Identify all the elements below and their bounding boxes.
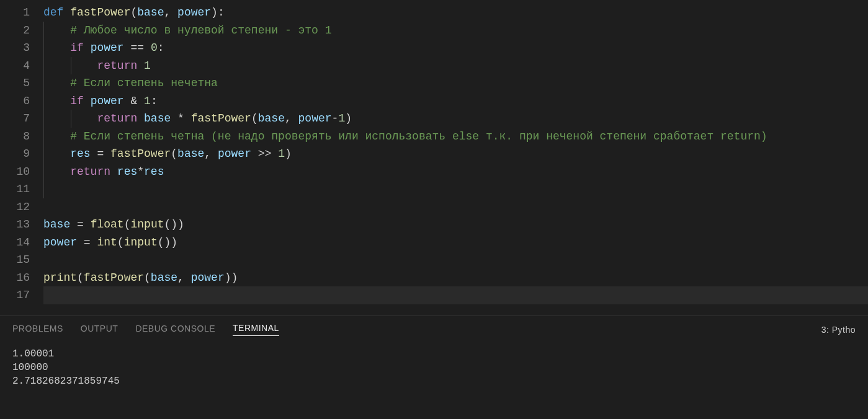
panel-tab-debug-console[interactable]: DEBUG CONSOLE [135, 324, 215, 336]
code-token: return [97, 60, 137, 72]
terminal-selector[interactable]: 3: Pytho [821, 325, 856, 335]
code-token: base [43, 218, 70, 231]
code-token: ) [345, 112, 352, 125]
code-line[interactable]: res = fastPower(base, power >> 1) [43, 145, 868, 163]
code-token: : [151, 95, 158, 107]
line-number: 14 [16, 234, 30, 252]
code-token: return [97, 112, 137, 125]
code-token: ( [77, 271, 84, 284]
line-number: 13 [16, 216, 30, 234]
code-token: * [137, 165, 144, 178]
code-line[interactable] [43, 198, 868, 216]
code-token: res [117, 165, 137, 178]
code-token: power [91, 95, 124, 107]
code-token: ()) [158, 236, 177, 249]
code-token [43, 77, 70, 89]
code-token [137, 112, 144, 125]
line-number: 9 [23, 145, 30, 163]
code-token: , [177, 271, 191, 284]
code-token [251, 148, 258, 160]
line-number: 17 [16, 286, 30, 304]
code-token: - [332, 112, 339, 125]
code-token [271, 148, 278, 160]
code-line[interactable]: def fastPower(base, power): [43, 4, 868, 22]
line-number: 2 [23, 22, 30, 40]
code-token [43, 95, 70, 107]
code-token [124, 42, 131, 54]
code-token [104, 148, 110, 160]
line-number: 8 [23, 128, 30, 146]
line-number: 6 [23, 92, 30, 110]
line-number: 3 [23, 39, 30, 57]
code-token [84, 42, 91, 54]
code-token: power [43, 236, 77, 249]
code-line[interactable]: # Если степень нечетна [43, 74, 868, 92]
line-number: 11 [16, 180, 30, 198]
code-token: # Если степень четна (не надо проверять … [70, 130, 767, 143]
terminal-output[interactable]: 1.000011000002.7182682371859745 [12, 343, 856, 388]
code-token: >> [258, 148, 272, 160]
code-line[interactable]: base = float(input()) [43, 216, 868, 234]
code-token: ) [285, 148, 292, 160]
panel-tab-terminal[interactable]: TERMINAL [233, 323, 279, 336]
code-line[interactable] [43, 251, 868, 269]
code-content[interactable]: def fastPower(base, power): # Любое числ… [43, 4, 868, 304]
code-token: res [70, 148, 90, 160]
code-token: = [84, 236, 91, 249]
code-token: * [177, 112, 184, 125]
code-line[interactable]: if power == 0: [43, 39, 868, 57]
code-token: ): [211, 6, 225, 19]
code-token: # Если степень нечетна [70, 77, 218, 89]
code-token [70, 218, 77, 231]
indent-guide [43, 110, 44, 128]
code-token: 1 [144, 95, 151, 107]
indent-guide [43, 145, 44, 163]
code-token: base [151, 271, 177, 284]
code-token: 1 [144, 60, 151, 72]
code-token: power [218, 148, 251, 160]
code-token: base [258, 112, 285, 125]
code-line[interactable]: # Любое число в нулевой степени - это 1 [43, 22, 868, 40]
code-token [137, 60, 144, 72]
code-token: , [285, 112, 298, 125]
panel-tab-output[interactable]: OUTPUT [81, 324, 119, 336]
code-line[interactable]: return res*res [43, 163, 868, 181]
code-token [124, 95, 131, 107]
code-token: power [91, 42, 124, 54]
code-token: fastPower [84, 271, 144, 284]
indent-guide [71, 57, 71, 75]
code-token: print [43, 271, 77, 284]
code-token [43, 130, 70, 143]
code-token: power [191, 271, 225, 284]
indent-guide [43, 163, 44, 181]
code-line[interactable]: return 1 [43, 57, 868, 75]
indent-guide [43, 74, 44, 92]
code-token: def [43, 6, 63, 19]
code-line[interactable]: return base * fastPower(base, power-1) [43, 110, 868, 128]
code-line[interactable] [43, 286, 868, 304]
code-token: , [204, 148, 218, 160]
code-line[interactable]: print(fastPower(base, power)) [43, 269, 868, 287]
code-token [144, 42, 151, 54]
code-token: : [158, 42, 164, 54]
code-token: return [70, 165, 110, 178]
line-number: 1 [23, 4, 30, 22]
code-token: & [130, 95, 137, 107]
line-number: 7 [23, 110, 30, 128]
code-token: res [144, 165, 164, 178]
code-line[interactable]: power = int(input()) [43, 234, 868, 252]
line-number: 15 [16, 251, 30, 269]
code-line[interactable] [43, 180, 868, 198]
code-token: ( [251, 112, 258, 125]
code-line[interactable]: # Если степень четна (не надо проверять … [43, 128, 868, 146]
code-line[interactable]: if power & 1: [43, 92, 868, 110]
indent-guide [43, 92, 44, 110]
code-token: if [70, 95, 84, 107]
panel-tabs: PROBLEMSOUTPUTDEBUG CONSOLETERMINAL3: Py… [12, 316, 856, 343]
code-editor[interactable]: 1234567891011121314151617 def fastPower(… [0, 0, 868, 304]
code-token: fastPower [191, 112, 251, 125]
code-token: input [130, 218, 164, 231]
code-token: ( [171, 148, 177, 160]
panel-tab-problems[interactable]: PROBLEMS [12, 324, 63, 336]
line-number-gutter: 1234567891011121314151617 [0, 4, 43, 304]
